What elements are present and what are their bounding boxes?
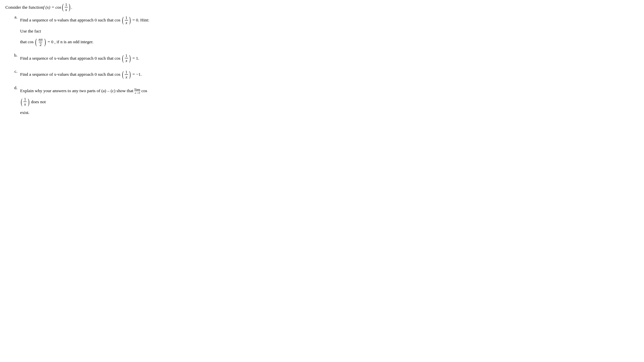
intro-line: Consider the function f (x) = cos ( 1 x … [5, 3, 639, 12]
c-frac-den: x [125, 74, 128, 79]
content-b: Find a sequence of x-values that approac… [20, 53, 154, 64]
a-frac2-num: nπ [38, 38, 43, 42]
item-d: d. Explain why your answers to any two p… [13, 85, 154, 118]
b-frac-num: 1 [125, 54, 128, 58]
a-eq0b: = 0 [48, 40, 53, 45]
b-text1: Find a sequence of x-values that approac… [20, 56, 115, 61]
d-limit: lim x→0 [135, 87, 140, 95]
d-text1: Explain why your answers to any two part… [20, 88, 135, 93]
a-cos1: cos [115, 17, 120, 22]
a-frac2: ( nπ 2 ) [35, 38, 46, 47]
d-cos: cos [141, 88, 147, 93]
d-text3: exist. [20, 110, 30, 115]
d-frac-num: 1 [23, 97, 27, 102]
d-frac: ( 1 x ) [20, 97, 30, 106]
a-text2: that [20, 40, 28, 45]
intro-frac-den: x [65, 7, 68, 12]
marker-b: b. [13, 53, 20, 64]
marker-d: d. [13, 85, 20, 118]
content-a: Find a sequence of x-values that approac… [20, 14, 154, 47]
b-frac-den: x [125, 58, 128, 63]
c-frac: ( 1 x ) [121, 70, 131, 79]
item-a: a. Find a sequence of x-values that appr… [13, 14, 154, 47]
c-cos: cos [115, 72, 120, 77]
d-text2: does not [31, 99, 46, 104]
b-cos: cos [115, 56, 120, 61]
c-text1: Find a sequence of x-values that approac… [20, 72, 115, 77]
d-frac-den: x [23, 102, 26, 106]
marker-c: c. [13, 69, 20, 80]
c-eq: = −1. [132, 72, 142, 77]
a-frac1-den: x [125, 20, 128, 25]
question-list: a. Find a sequence of x-values that appr… [13, 14, 639, 118]
b-eq: = 1. [132, 56, 139, 61]
intro-prefix: Consider the function [5, 5, 43, 10]
a-text1: Find a sequence of x-values that approac… [20, 17, 115, 22]
a-eq0: = 0. [132, 17, 139, 22]
content-d: Explain why your answers to any two part… [20, 85, 154, 118]
a-frac1: ( 1 x ) [121, 16, 131, 25]
item-b: b. Find a sequence of x-values that appr… [13, 53, 154, 64]
intro-frac-num: 1 [64, 3, 68, 7]
a-frac1-num: 1 [125, 16, 128, 20]
a-cos2: cos [28, 40, 34, 45]
intro-suffix: . [71, 5, 72, 10]
intro-fx: f (x) = cos [43, 5, 61, 10]
d-limsub: x→0 [135, 92, 140, 95]
content-c: Find a sequence of x-values that approac… [20, 69, 154, 80]
b-frac: ( 1 x ) [121, 54, 131, 63]
marker-a: a. [13, 14, 20, 47]
a-text3: , if n is an odd integer. [54, 40, 93, 45]
item-c: c. Find a sequence of x-values that appr… [13, 69, 154, 80]
c-frac-num: 1 [125, 70, 128, 74]
a-frac2-den: 2 [39, 42, 42, 47]
intro-fraction-group: ( 1 x ) [61, 3, 71, 12]
d-lim: lim [135, 87, 140, 92]
